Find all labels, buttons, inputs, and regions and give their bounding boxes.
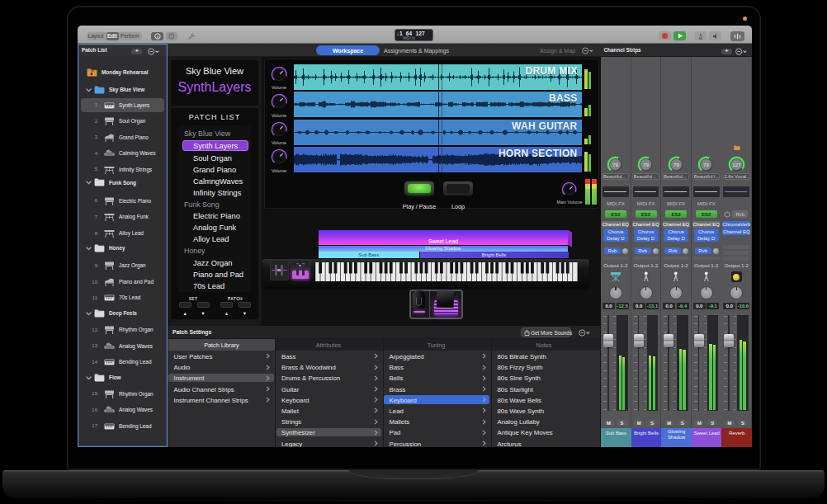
svg-text:79: 79 (703, 162, 709, 167)
svg-text:79: 79 (612, 162, 618, 167)
svg-text:79: 79 (643, 162, 649, 167)
svg-text:79: 79 (673, 162, 679, 167)
svg-text:127: 127 (732, 162, 741, 167)
svg-text:?: ? (171, 35, 173, 39)
